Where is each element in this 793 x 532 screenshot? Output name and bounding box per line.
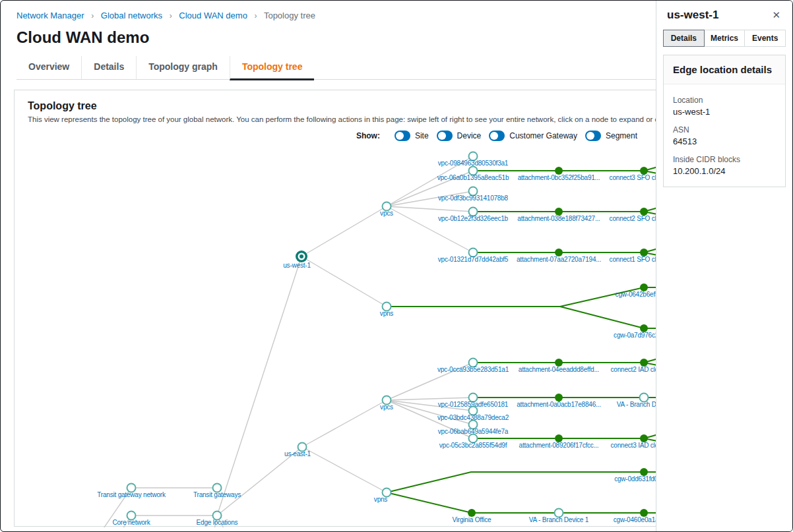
tree-node-label[interactable]: attachment-0a0acb17e8846... <box>517 401 600 408</box>
tree-node-label[interactable]: vpns <box>380 310 394 317</box>
edge-location-details-card: Edge location details Location us-west-1… <box>663 55 786 187</box>
field-asn-value: 64513 <box>673 136 776 146</box>
field-asn-label: ASN <box>673 125 776 134</box>
tree-node-label[interactable]: VA - Branch Device 1 <box>529 516 589 523</box>
tree-node-label[interactable]: vpns <box>374 496 388 503</box>
tab-topology-graph[interactable]: Topology graph <box>136 56 230 79</box>
tree-node-label[interactable]: vpc-0cca93b5e283d51a1 <box>437 366 509 373</box>
tree-edge <box>387 206 473 212</box>
close-icon[interactable]: ✕ <box>771 9 782 21</box>
tree-node-label[interactable]: attachment-089206f17cfcc... <box>519 442 599 449</box>
tree-node-label[interactable]: us-east-1 <box>284 450 311 458</box>
tab-details[interactable]: Details <box>81 56 136 79</box>
tree-node-label[interactable]: vpc-01321d7d7dd42abf5 <box>438 256 509 263</box>
app-window: Network Manager › Global networks › Clou… <box>0 0 793 532</box>
tree-node-label[interactable]: attachment-04eeaddd8effd... <box>519 366 599 373</box>
tree-node-label[interactable]: vpcs <box>380 403 393 411</box>
side-tab-events[interactable]: Events <box>744 30 786 47</box>
breadcrumb-separator: › <box>255 11 257 20</box>
tree-node-label[interactable]: attachment-038e188f73427... <box>517 215 600 222</box>
tree-edge <box>217 256 301 516</box>
side-panel-tabs: Details Metrics Events <box>663 30 786 47</box>
tree-node-label[interactable]: vpc-0b12e2f3d326eec1b <box>438 215 509 222</box>
tree-node-label[interactable]: Edge locations <box>197 519 238 526</box>
tree-edge <box>302 400 387 447</box>
breadcrumb-separator: › <box>91 11 94 20</box>
tree-edge <box>387 492 660 513</box>
tree-node-label[interactable]: vpc-05c3bc2a855f54d9f <box>439 442 507 449</box>
field-location: Location us-west-1 <box>673 96 776 117</box>
tree-edge <box>301 256 387 307</box>
tree-node-label[interactable]: vpc-0df3bc993141078b8 <box>438 194 509 202</box>
edge-location-details-title: Edge location details <box>673 64 776 75</box>
tree-node-label[interactable]: Virginia Office <box>453 516 492 523</box>
tree-edge <box>387 206 473 252</box>
side-panel-title: us-west-1 <box>667 9 718 22</box>
tree-node-label[interactable]: Transit gateways <box>193 491 241 498</box>
tree-edge <box>301 206 387 256</box>
tree-node-label[interactable]: us-west-1 <box>283 262 311 269</box>
breadcrumb-link-cloud-wan-demo[interactable]: Cloud WAN demo <box>179 11 247 20</box>
field-location-value: us-west-1 <box>673 107 776 117</box>
breadcrumb-current: Topology tree <box>264 11 315 20</box>
tree-edge <box>302 447 387 492</box>
tab-topology-tree[interactable]: Topology tree <box>230 56 315 80</box>
breadcrumb-separator: › <box>170 11 172 20</box>
details-side-panel: us-west-1 ✕ Details Metrics Events Edge … <box>656 1 792 531</box>
field-location-label: Location <box>673 96 776 105</box>
field-inside-cidr-blocks-value: 10.200.1.0/24 <box>673 166 776 176</box>
tree-node-label[interactable]: attachment-0bc352f25ba91... <box>518 174 600 181</box>
tree-node-label[interactable]: attachment-07aa2720a7194... <box>517 256 601 263</box>
field-inside-cidr-blocks: Inside CIDR blocks 10.200.1.0/24 <box>673 155 776 176</box>
tree-node-label[interactable]: vpcs <box>380 210 393 217</box>
breadcrumb-link-network-manager[interactable]: Network Manager <box>16 11 84 20</box>
side-tab-details[interactable]: Details <box>663 30 705 47</box>
tab-overview[interactable]: Overview <box>16 56 81 79</box>
field-asn: ASN 64513 <box>673 125 776 146</box>
tree-node-selected-core <box>300 254 303 258</box>
tree-node-label[interactable]: vpc-0984963d80530f3a1 <box>438 160 509 167</box>
tree-node-label[interactable]: Transit gateway network <box>97 491 166 498</box>
field-inside-cidr-blocks-label: Inside CIDR blocks <box>673 155 776 164</box>
breadcrumb-link-global-networks[interactable]: Global networks <box>101 11 162 20</box>
tree-node-label[interactable]: vpc-06a0b1395a8eac51b <box>437 174 509 181</box>
tree-node-label[interactable]: Core network <box>112 519 150 526</box>
tree-edge <box>387 398 473 400</box>
side-tab-metrics[interactable]: Metrics <box>704 30 745 47</box>
